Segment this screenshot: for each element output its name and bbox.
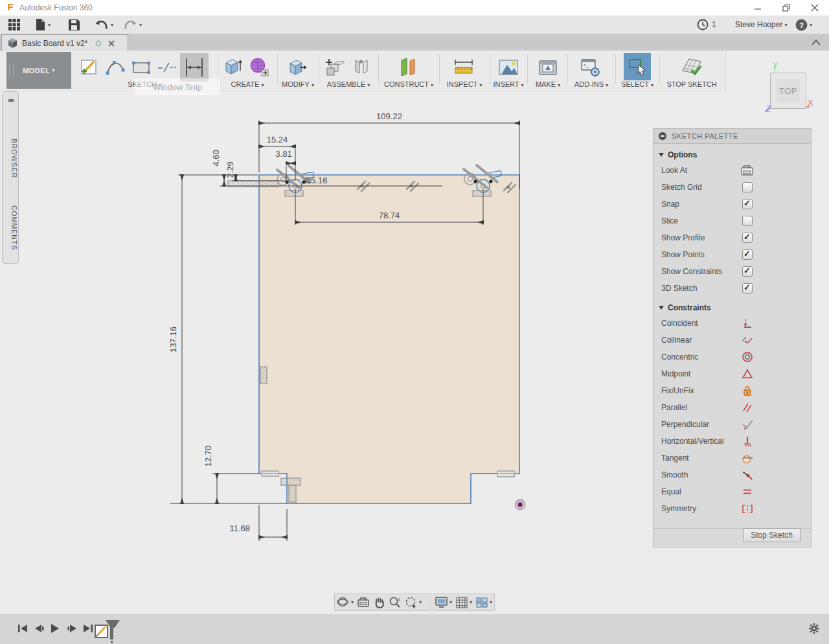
workspace-switcher[interactable]: MODEL ▾ <box>6 52 71 89</box>
grid-caret-icon[interactable]: ▾ <box>470 599 472 605</box>
timeline-settings-gear-icon[interactable] <box>807 622 821 635</box>
timeline-sketch-feature[interactable] <box>94 619 120 643</box>
joint-button[interactable] <box>350 56 373 79</box>
display-caret-icon[interactable]: ▾ <box>449 599 452 605</box>
create-caret-icon[interactable]: ▾ <box>261 82 264 88</box>
orbit-caret-icon[interactable]: ▾ <box>351 599 354 605</box>
tangent-icon[interactable] <box>742 453 753 464</box>
group-label-insert[interactable]: INSERT <box>493 80 519 88</box>
group-label-assemble[interactable]: ASSEMBLE <box>327 80 365 88</box>
tab-close-icon[interactable] <box>108 40 115 47</box>
make-caret-icon[interactable]: ▾ <box>558 82 560 88</box>
slice-checkbox[interactable] <box>742 216 753 226</box>
addins-caret-icon[interactable]: ▾ <box>606 82 608 88</box>
horizontal-vertical-icon[interactable] <box>743 436 752 447</box>
minimize-button[interactable] <box>744 0 772 16</box>
sidebar-item-comments[interactable]: COMMENTS <box>3 196 18 260</box>
dim-hole-diameter[interactable]: Ø5.16 <box>304 176 327 185</box>
show-profile-checkbox[interactable] <box>742 233 753 243</box>
timeline-go-to-end-button[interactable] <box>81 622 95 635</box>
group-label-modify[interactable]: MODIFY <box>282 80 310 88</box>
timeline-play-button[interactable] <box>48 622 62 635</box>
stop-sketch-button[interactable]: Stop Sketch <box>743 528 801 542</box>
zoom-window-caret-icon[interactable]: ▾ <box>419 599 422 605</box>
show-points-checkbox[interactable] <box>742 249 753 260</box>
stop-sketch-ribbon-label[interactable]: STOP SKETCH <box>666 80 716 88</box>
sketch-3d-checkbox[interactable] <box>742 283 753 293</box>
app-grid-menu-icon[interactable] <box>8 17 21 32</box>
timeline-go-to-start-button[interactable] <box>16 622 30 635</box>
dim-center-offset[interactable]: 2.29 <box>225 161 235 178</box>
collinear-icon[interactable] <box>742 335 753 345</box>
timeline-step-forward-button[interactable] <box>65 622 79 635</box>
equal-icon[interactable] <box>742 488 753 496</box>
group-label-construct[interactable]: CONSTRUCT <box>384 80 429 88</box>
look-at-button[interactable] <box>356 595 372 610</box>
construct-plane-button[interactable] <box>396 56 420 79</box>
perpendicular-icon[interactable] <box>742 419 753 430</box>
undo-button[interactable]: ▾ <box>95 17 113 32</box>
snap-checkbox[interactable] <box>742 199 753 209</box>
rectangle-tool-button[interactable] <box>130 56 153 79</box>
sketch-palette-header[interactable]: SKETCH PALETTE <box>653 129 811 144</box>
sketch-dimension-button[interactable] <box>180 53 209 82</box>
addins-button[interactable]: >_ <box>579 56 602 79</box>
group-label-create[interactable]: CREATE <box>231 80 260 88</box>
coincident-icon[interactable] <box>742 318 753 328</box>
group-label-addins[interactable]: ADD-INS <box>574 80 604 88</box>
symmetry-icon[interactable] <box>742 504 753 514</box>
midpoint-icon[interactable] <box>742 369 753 379</box>
sidebar-item-browser[interactable]: BROWSER <box>3 123 18 194</box>
origin-point[interactable] <box>516 500 525 510</box>
dim-slot-width[interactable]: 3.81 <box>275 149 291 159</box>
pan-button[interactable] <box>372 595 387 610</box>
constraints-collapse-icon[interactable] <box>659 306 664 310</box>
job-status-button[interactable]: 1 <box>697 17 716 32</box>
palette-collapse-icon[interactable] <box>659 132 666 140</box>
group-label-inspect[interactable]: INSPECT <box>447 80 478 88</box>
concentric-icon[interactable] <box>742 351 753 363</box>
options-collapse-icon[interactable] <box>659 153 664 157</box>
orbit-button[interactable]: ▾ <box>335 595 356 610</box>
options-section-header[interactable]: Options <box>659 150 811 159</box>
lock-icon[interactable] <box>743 385 752 397</box>
make-button[interactable] <box>536 56 560 79</box>
dim-hole-spacing[interactable]: 78.74 <box>379 211 400 220</box>
show-constraints-checkbox[interactable] <box>742 266 753 277</box>
create-form-button[interactable] <box>247 56 271 79</box>
document-tab[interactable]: Basic Board v1 v2* <box>1 34 128 51</box>
user-menu-button[interactable]: Steve Hooper ▾ <box>735 17 787 32</box>
group-label-select[interactable]: SELECT <box>621 80 649 88</box>
viewports-caret-icon[interactable]: ▾ <box>490 599 492 605</box>
create-sketch-button[interactable] <box>78 56 101 79</box>
inspect-caret-icon[interactable]: ▾ <box>479 82 482 88</box>
select-caret-icon[interactable]: ▾ <box>651 82 653 88</box>
sketch-grid-checkbox[interactable] <box>742 182 753 192</box>
restore-button[interactable] <box>772 0 801 16</box>
dim-notch-width[interactable]: 11.68 <box>229 523 250 533</box>
dim-step-height[interactable]: 12.70 <box>203 446 213 467</box>
select-tool-button[interactable] <box>624 53 651 80</box>
new-component-button[interactable] <box>323 56 346 79</box>
dim-overall-height[interactable]: 137.16 <box>168 327 178 352</box>
redo-button[interactable]: ▾ <box>123 17 142 32</box>
timeline-step-back-button[interactable] <box>32 622 46 635</box>
expand-panels-icon[interactable]: »» <box>3 96 18 104</box>
construct-caret-icon[interactable]: ▾ <box>431 82 433 88</box>
assemble-caret-icon[interactable]: ▾ <box>367 82 370 88</box>
construction-line-button[interactable] <box>155 56 179 79</box>
grid-snap-button[interactable]: ▾ <box>454 595 474 610</box>
spline-tool-button[interactable] <box>104 56 127 79</box>
group-label-make[interactable]: MAKE <box>536 80 556 88</box>
file-menu-button[interactable]: ▾ <box>35 17 51 32</box>
viewports-button[interactable]: ▾ <box>474 595 494 610</box>
modify-caret-icon[interactable]: ▾ <box>312 82 314 88</box>
save-button[interactable] <box>68 17 80 32</box>
dim-overall-width[interactable]: 109.22 <box>376 111 402 121</box>
extrude-button[interactable] <box>221 56 245 79</box>
constraints-section-header[interactable]: Constraints <box>659 303 811 312</box>
look-at-icon[interactable] <box>741 165 754 176</box>
tab-sync-status-icon[interactable] <box>95 40 102 47</box>
help-menu-button[interactable]: ? ▾ <box>795 17 812 32</box>
smooth-icon[interactable] <box>742 470 753 481</box>
